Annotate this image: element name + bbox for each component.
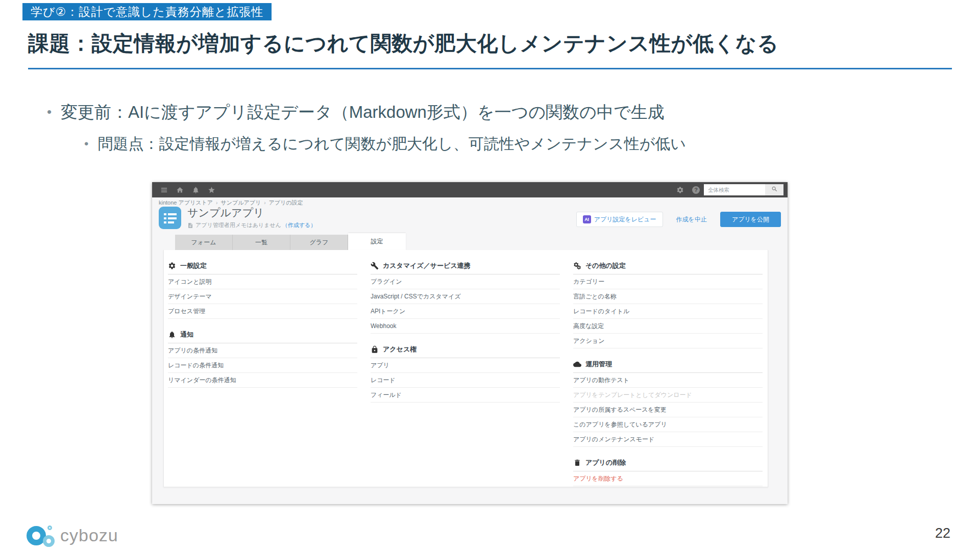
settings-link[interactable]: APIトークン: [371, 304, 560, 319]
gears-icon: [573, 262, 581, 270]
tab-一覧[interactable]: 一覧: [233, 235, 290, 250]
section-title: 通知: [180, 330, 193, 339]
breadcrumb-item[interactable]: kintone アプリストア: [159, 199, 213, 206]
header-buttons: AI アプリ設定をレビュー 作成を中止 アプリを公開: [576, 207, 781, 232]
settings-link[interactable]: リマインダーの条件通知: [168, 373, 357, 388]
settings-link[interactable]: レコードのタイトル: [573, 304, 763, 319]
kintone-topbar: ?: [152, 182, 788, 197]
settings-column: その他の設定カテゴリー言語ごとの名称レコードのタイトル高度な設定アクション運用管…: [573, 257, 763, 493]
home-icon[interactable]: [176, 186, 184, 194]
favorites-star-icon[interactable]: [208, 186, 215, 194]
settings-link[interactable]: 言語ごとの名称: [573, 289, 763, 304]
settings-link[interactable]: JavaScript / CSSでカスタマイズ: [371, 289, 560, 304]
ai-badge-icon: AI: [583, 215, 591, 223]
settings-link[interactable]: デザインテーマ: [168, 289, 357, 304]
settings-link[interactable]: 高度な設定: [573, 319, 763, 334]
search-button[interactable]: [765, 184, 783, 195]
settings-column: 一般設定アイコンと説明デザインテーマプロセス管理通知アプリの条件通知レコードの条…: [168, 257, 357, 493]
settings-link[interactable]: レコード: [371, 373, 560, 388]
breadcrumb-separator: ›: [216, 200, 217, 206]
logo-circle-dot: [47, 525, 52, 530]
breadcrumb: kintone アプリストア›サンプルアプリ›アプリの設定: [159, 199, 303, 207]
settings-gear-icon[interactable]: [676, 186, 684, 194]
settings-link[interactable]: アクション: [573, 334, 763, 348]
hamburger-icon[interactable]: [160, 186, 168, 194]
breadcrumb-item: アプリの設定: [269, 199, 303, 206]
settings-section: アプリの削除アプリを削除する: [573, 454, 763, 486]
section-title: カスタマイズ／サービス連携: [383, 261, 471, 270]
app-title-block: サンプルアプリ アプリ管理者用メモはありません （作成する）: [187, 207, 576, 232]
logo-text: cybozu: [60, 525, 118, 545]
settings-link[interactable]: アプリの動作テスト: [573, 373, 763, 388]
settings-section: 運用管理アプリの動作テストアプリをテンプレートとしてダウンロードアプリの所属する…: [573, 356, 763, 447]
section-header: その他の設定: [573, 257, 763, 274]
slide-title: 課題：設定情報が増加するにつれて関数が肥大化しメンテナンス性が低くなる: [28, 30, 952, 58]
publish-app-button[interactable]: アプリを公開: [720, 212, 781, 227]
section-title: 運用管理: [585, 360, 612, 369]
section-header: 運用管理: [573, 356, 763, 373]
settings-link[interactable]: アプリ: [371, 358, 560, 373]
wrench-icon: [371, 262, 379, 270]
settings-column: カスタマイズ／サービス連携プラグインJavaScript / CSSでカスタマイ…: [371, 257, 560, 493]
settings-link[interactable]: レコードの条件通知: [168, 358, 357, 373]
section-title: その他の設定: [585, 261, 626, 270]
settings-link[interactable]: アプリの所属するスペースを変更: [573, 403, 763, 417]
settings-link[interactable]: カテゴリー: [573, 274, 763, 289]
bullet-level2-text: 問題点：設定情報が増えるにつれて関数が肥大化し、可読性やメンテナンス性が低い: [97, 134, 686, 155]
memo-icon: [187, 222, 193, 229]
section-header: 通知: [168, 326, 357, 343]
cancel-creation-button[interactable]: 作成を中止: [669, 212, 714, 227]
settings-link[interactable]: Webhook: [371, 319, 560, 334]
settings-link[interactable]: プラグイン: [371, 274, 560, 289]
settings-link[interactable]: アプリを削除する: [573, 471, 763, 486]
breadcrumb-item[interactable]: サンプルアプリ: [220, 199, 261, 206]
cybozu-logo: cybozu: [27, 521, 144, 548]
cloud-icon: [573, 360, 581, 368]
title-underline: [28, 68, 952, 69]
settings-link[interactable]: アプリの条件通知: [168, 343, 357, 358]
settings-link[interactable]: アイコンと説明: [168, 274, 357, 289]
slide-section-badge: 学び②：設計で意識した責務分離と拡張性: [22, 3, 272, 20]
app-icon: [159, 207, 181, 229]
app-title: サンプルアプリ: [187, 207, 576, 219]
settings-link[interactable]: フィールド: [371, 388, 560, 403]
app-header: サンプルアプリ アプリ管理者用メモはありません （作成する） AI アプリ設定を…: [159, 207, 781, 232]
ai-review-button[interactable]: AI アプリ設定をレビュー: [576, 212, 663, 227]
global-search-input[interactable]: [704, 184, 765, 195]
section-title: アプリの削除: [585, 458, 626, 467]
bullet-level1-text: 変更前：AIに渡すアプリ設定データ（Markdown形式）を一つの関数の中で生成: [61, 101, 665, 124]
settings-section: カスタマイズ／サービス連携プラグインJavaScript / CSSでカスタマイ…: [371, 257, 560, 334]
page-number: 22: [935, 525, 950, 541]
section-header: アプリの削除: [573, 454, 763, 471]
search-icon: [771, 186, 778, 194]
section-header: 一般設定: [168, 257, 357, 274]
presentation-slide: 学び②：設計で意識した責務分離と拡張性 課題：設定情報が増加するにつれて関数が肥…: [0, 0, 980, 551]
lock-icon: [371, 345, 379, 354]
logo-circle-small: [43, 535, 55, 547]
settings-columns: 一般設定アイコンと説明デザインテーマプロセス管理通知アプリの条件通知レコードの条…: [164, 250, 768, 493]
settings-link[interactable]: アプリのメンテナンスモード: [573, 432, 763, 447]
admin-memo-text: アプリ管理者用メモはありません: [195, 221, 281, 229]
tab-フォーム[interactable]: フォーム: [175, 235, 233, 250]
section-title: アクセス権: [383, 345, 416, 354]
kintone-screenshot: ? kintone アプリストア›サンプルアプリ›アプリの設定 サンプルアプリ …: [152, 182, 788, 504]
tab-設定[interactable]: 設定: [348, 233, 406, 250]
gear-icon: [168, 262, 176, 270]
section-title: 一般設定: [180, 261, 207, 270]
settings-link[interactable]: このアプリを参照しているアプリ: [573, 417, 763, 432]
bullet-level1: • 変更前：AIに渡すアプリ設定データ（Markdown形式）を一つの関数の中で…: [47, 101, 665, 124]
bullet-marker: •: [84, 134, 88, 154]
section-header: アクセス権: [371, 341, 560, 358]
tab-グラフ[interactable]: グラフ: [290, 235, 348, 250]
trash-icon: [573, 459, 581, 467]
app-tabs: フォーム一覧グラフ設定: [175, 235, 406, 250]
ai-review-label: アプリ設定をレビュー: [594, 215, 656, 224]
help-icon[interactable]: ?: [692, 186, 700, 194]
bullet-level2: • 問題点：設定情報が増えるにつれて関数が肥大化し、可読性やメンテナンス性が低い: [84, 134, 686, 155]
settings-link[interactable]: プロセス管理: [168, 304, 357, 319]
notification-bell-icon[interactable]: [192, 186, 200, 194]
bell-icon: [168, 331, 176, 339]
settings-section: アクセス権アプリレコードフィールド: [371, 341, 560, 403]
create-memo-link[interactable]: （作成する）: [282, 221, 316, 229]
settings-section: 通知アプリの条件通知レコードの条件通知リマインダーの条件通知: [168, 326, 357, 388]
